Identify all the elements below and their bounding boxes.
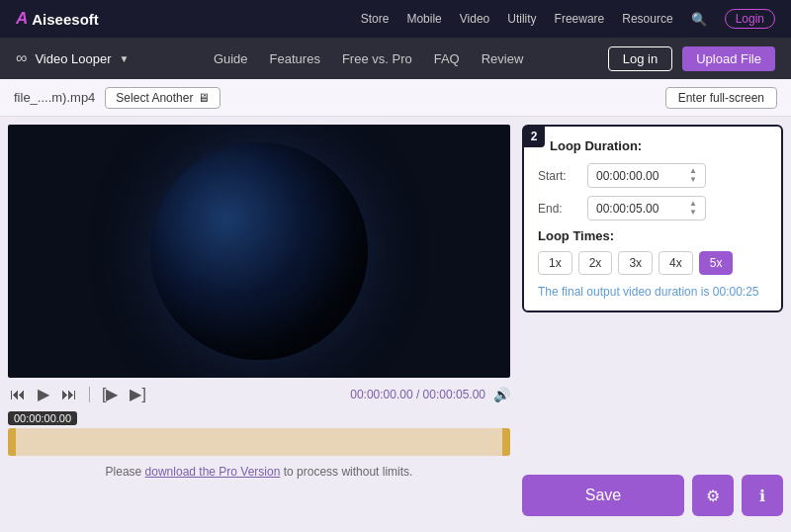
output-text-before: The final output video duration is (538, 285, 713, 299)
tool-logo-area: ∞ Video Looper ▼ (16, 49, 129, 67)
loop-icon: ∞ (16, 49, 27, 67)
mark-in-button[interactable]: [▶ (100, 383, 120, 405)
start-label: Start: (538, 169, 577, 183)
nav-free-vs-pro[interactable]: Free vs. Pro (342, 51, 412, 66)
nav-faq[interactable]: FAQ (434, 51, 460, 66)
nav-video[interactable]: Video (460, 12, 489, 26)
info-button[interactable]: ℹ (742, 475, 783, 516)
end-field-row: End: 00:00:05.00 ▲ ▼ (538, 196, 767, 221)
nav-mobile[interactable]: Mobile (406, 12, 441, 26)
select-another-label: Select Another (116, 91, 193, 105)
logo-a-letter: A (16, 9, 28, 29)
end-time-value: 00:00:05.00 (596, 202, 659, 216)
end-time-input[interactable]: 00:00:05.00 ▲ ▼ (587, 196, 706, 221)
step-badge: 2 (523, 126, 545, 147)
output-time-value: 00:00:25 (713, 285, 759, 299)
time-label: 00:00:00.00 (8, 411, 77, 425)
pro-version-link[interactable]: download the Pro Version (145, 465, 281, 479)
end-up-arrow[interactable]: ▲ (689, 200, 697, 208)
file-bar-left: file_....m).mp4 Select Another 🖥 (14, 87, 220, 109)
loop-times-buttons: 1x 2x 3x 4x 5x (538, 251, 767, 275)
end-down-arrow[interactable]: ▼ (689, 209, 697, 217)
timeline-bar[interactable] (8, 428, 510, 456)
main-content: ⏮ ▶ ⏭ [▶ ▶] 00:00:00.00 / 00:00:05.00 🔊 … (0, 117, 791, 532)
settings-button[interactable]: ⚙ (692, 475, 734, 516)
timeline-handle-left[interactable] (8, 428, 16, 456)
pro-notice-after: to process without limits. (280, 465, 412, 479)
loop-1x-button[interactable]: 1x (538, 251, 572, 275)
start-time-input[interactable]: 00:00:00.00 ▲ ▼ (587, 163, 706, 188)
nav-store[interactable]: Store (361, 12, 390, 26)
start-field-row: Start: 00:00:00.00 ▲ ▼ (538, 163, 767, 188)
loop-4x-button[interactable]: 4x (659, 251, 693, 275)
search-icon[interactable]: 🔍 (691, 12, 707, 27)
log-in-button[interactable]: Log in (608, 46, 672, 71)
start-spinner[interactable]: ▲ ▼ (689, 167, 697, 184)
upload-file-button[interactable]: Upload File (682, 46, 775, 71)
time-display: 00:00:00.00 / 00:00:05.00 (350, 388, 485, 401)
video-player (8, 125, 510, 378)
output-duration-text: The final output video duration is 00:00… (538, 285, 767, 299)
volume-icon[interactable]: 🔊 (493, 387, 510, 402)
file-bar: file_....m).mp4 Select Another 🖥 Enter f… (0, 79, 791, 117)
loop-2x-button[interactable]: 2x (578, 251, 613, 275)
top-nav-links: Store Mobile Video Utility Freeware Reso… (361, 9, 775, 29)
start-down-arrow[interactable]: ▼ (689, 176, 697, 184)
second-nav-actions: Log in Upload File (608, 46, 775, 71)
loop-duration-box: 2 Loop Duration: Start: 00:00:00.00 ▲ ▼ … (522, 125, 783, 312)
fullscreen-button[interactable]: Enter full-screen (665, 87, 777, 109)
save-area: Save ⚙ ℹ (522, 471, 783, 524)
nav-utility[interactable]: Utility (507, 12, 536, 26)
tool-name: Video Looper (35, 51, 111, 66)
pro-notice-before: Please (106, 465, 145, 479)
pro-notice: Please download the Pro Version to proce… (8, 460, 510, 484)
nav-review[interactable]: Review (482, 51, 524, 66)
chevron-down-icon[interactable]: ▼ (120, 53, 130, 64)
start-up-arrow[interactable]: ▲ (689, 167, 697, 175)
mark-out-button[interactable]: ▶] (128, 383, 147, 405)
logo-text: Aiseesoft (32, 11, 99, 28)
top-nav: A Aiseesoft Store Mobile Video Utility F… (0, 0, 791, 38)
video-area: ⏮ ▶ ⏭ [▶ ▶] 00:00:00.00 / 00:00:05.00 🔊 … (0, 117, 518, 532)
logo: A Aiseesoft (16, 9, 99, 29)
nav-freeware[interactable]: Freeware (555, 12, 605, 26)
nav-features[interactable]: Features (270, 51, 320, 66)
skip-back-button[interactable]: ⏮ (8, 384, 28, 405)
playback-controls: ⏮ ▶ ⏭ [▶ ▶] 00:00:00.00 / 00:00:05.00 🔊 (8, 378, 510, 408)
timeline-area: 00:00:00.00 (8, 408, 510, 460)
earth-visual (150, 142, 368, 360)
start-time-value: 00:00:00.00 (596, 169, 659, 183)
end-label: End: (538, 202, 577, 216)
save-button[interactable]: Save (522, 475, 684, 516)
end-spinner[interactable]: ▲ ▼ (689, 200, 697, 217)
play-button[interactable]: ▶ (36, 383, 51, 405)
loop-5x-button[interactable]: 5x (699, 251, 734, 275)
loop-duration-title: Loop Duration: (550, 138, 767, 153)
controls-divider (89, 387, 90, 402)
nav-guide[interactable]: Guide (214, 51, 248, 66)
skip-forward-button[interactable]: ⏭ (59, 384, 79, 405)
loop-3x-button[interactable]: 3x (618, 251, 653, 275)
select-another-button[interactable]: Select Another 🖥 (105, 87, 220, 109)
monitor-icon: 🖥 (198, 91, 210, 105)
timeline-handle-right[interactable] (502, 428, 510, 456)
file-name: file_....m).mp4 (14, 90, 95, 105)
second-nav-links: Guide Features Free vs. Pro FAQ Review (214, 51, 523, 66)
loop-times-title: Loop Times: (538, 228, 767, 243)
top-login-button[interactable]: Login (725, 9, 775, 29)
second-nav: ∞ Video Looper ▼ Guide Features Free vs.… (0, 38, 791, 79)
nav-resource[interactable]: Resource (622, 12, 672, 26)
right-panel: 2 Loop Duration: Start: 00:00:00.00 ▲ ▼ … (518, 117, 791, 532)
